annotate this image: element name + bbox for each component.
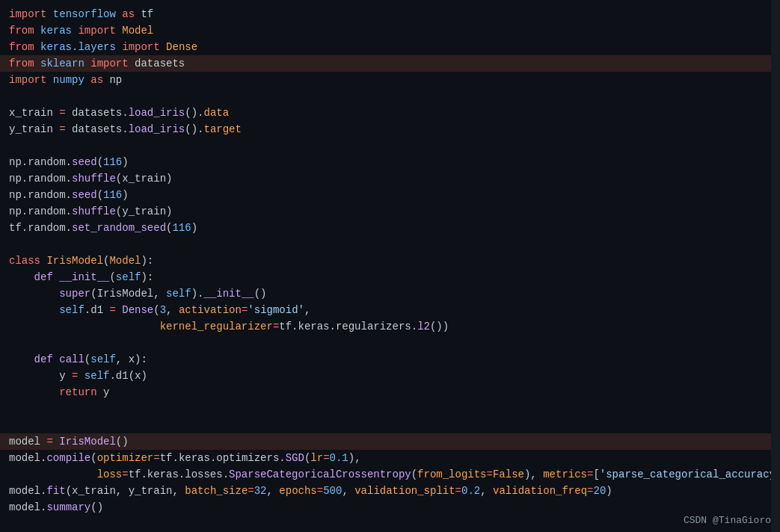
watermark-text: CSDN @TinaGioro [684,515,771,526]
code-line-17: def __init__(self): [0,269,780,285]
code-line-12: np.random.seed(116) [0,187,780,203]
code-line-9 [0,137,780,154]
code-line-7: x_train = datasets.load_iris().data [0,105,780,121]
code-line-11: np.random.shuffle(x_train) [0,170,780,187]
code-line-2: from keras import Model [0,22,780,39]
code-line-21 [0,335,780,351]
code-line-25 [0,400,780,417]
code-line-26 [0,417,780,433]
code-line-6 [0,88,780,105]
code-line-4: from sklearn import datasets [0,55,780,72]
code-line-5: import numpy as np [0,72,780,88]
code-line-18: super(IrisModel, self).__init__() [0,285,780,302]
code-line-15 [0,236,780,253]
code-line-1: import tensorflow as tf [0,6,780,22]
scrollbar[interactable] [771,0,780,532]
code-line-3: from keras.layers import Dense [0,39,780,55]
code-line-29: loss=tf.keras.losses.SparseCategoricalCr… [0,466,780,483]
code-line-10: np.random.seed(116) [0,154,780,170]
code-line-8: y_train = datasets.load_iris().target [0,121,780,137]
code-line-22: def call(self, x): [0,351,780,368]
code-line-28: model.compile(optimizer=tf.keras.optimiz… [0,450,780,466]
code-line-16: class IrisModel(Model): [0,253,780,269]
code-line-13: np.random.shuffle(y_train) [0,203,780,220]
code-line-31: model.summary() [0,499,780,516]
code-line-19: self.d1 = Dense(3, activation='sigmoid', [0,302,780,318]
code-line-30: model.fit(x_train, y_train, batch_size=3… [0,483,780,499]
code-editor: import tensorflow as tf from keras impor… [0,0,780,532]
code-line-24: return y [0,384,780,400]
code-line-14: tf.random.set_random_seed(116) [0,220,780,236]
code-line-27: model = IrisModel() [0,433,780,450]
code-line-23: y = self.d1(x) [0,368,780,384]
code-line-20: kernel_regularizer=tf.keras.regularizers… [0,318,780,335]
